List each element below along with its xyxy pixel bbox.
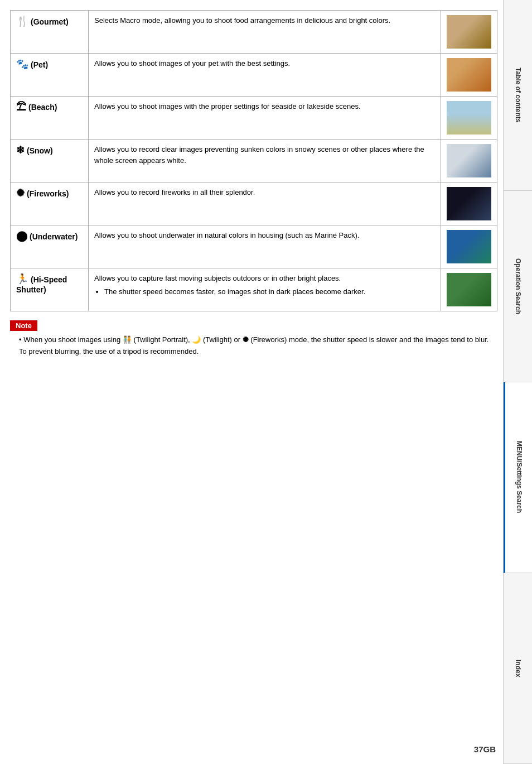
icon-label-underwater: (Underwater) [30,232,78,241]
note-title: Note [10,320,37,331]
desc-cell-fireworks: Allows you to record fireworks in all th… [89,182,441,225]
icon-symbol-fireworks: ✺ [16,188,25,199]
icon-cell-beach: ⛱(Beach) [11,97,89,140]
scene-img-beach [447,101,491,134]
icon-label-fireworks: (Fireworks) [27,189,69,198]
icon-symbol-underwater: ⬤ [16,230,27,242]
icon-label-pet: (Pet) [31,60,48,69]
desc-text-underwater: Allows you to shoot underwater in natura… [94,231,359,239]
desc-cell-snow: Allows you to record clear images preven… [89,140,441,182]
icon-label-snow: (Snow) [27,146,53,155]
img-cell-gourmet [441,11,497,54]
sidebar-tab-0[interactable]: Table of contents [504,0,532,191]
icon-cell-underwater: ⬤(Underwater) [11,225,89,268]
img-cell-underwater [441,225,497,268]
img-cell-snow [441,140,497,182]
img-cell-hishutter [441,268,497,311]
sidebar-tab-2[interactable]: MENU/Settings Search [504,382,532,573]
icon-symbol-gourmet: 🍴 [16,16,28,27]
desc-cell-hishutter: Allows you to capture fast moving subjec… [89,268,441,311]
note-text: • When you shoot images using 🧑‍🤝‍🧑 (Twi… [10,334,497,358]
scene-img-fireworks [447,187,491,220]
sidebar-tab-1[interactable]: Operation Search [504,191,532,382]
desc-cell-underwater: Allows you to shoot underwater in natura… [89,225,441,268]
scene-img-snow [447,144,491,177]
scene-table: 🍴(Gourmet)Selects Macro mode, allowing y… [10,10,497,311]
scene-img-gourmet [447,15,491,49]
img-cell-pet [441,54,497,97]
icon-cell-fireworks: ✺(Fireworks) [11,182,89,225]
desc-text-snow: Allows you to record clear images preven… [94,145,424,165]
bullet-point-hishutter: The shutter speed becomes faster, so ima… [104,286,435,297]
icon-cell-gourmet: 🍴(Gourmet) [11,11,89,54]
img-cell-beach [441,97,497,140]
img-cell-fireworks [441,182,497,225]
desc-cell-gourmet: Selects Macro mode, allowing you to shoo… [89,11,441,54]
icon-symbol-hishutter: 🏃 [16,273,28,285]
icon-symbol-pet: 🐾 [16,59,28,70]
icon-cell-pet: 🐾(Pet) [11,54,89,97]
desc-cell-pet: Allows you to shoot images of your pet w… [89,54,441,97]
icon-label-gourmet: (Gourmet) [31,17,69,26]
note-bullet: • [19,335,23,344]
icon-cell-hishutter: 🏃(Hi-Speed Shutter) [11,268,89,311]
sidebar: Table of contentsOperation SearchMENU/Se… [503,0,532,764]
note-content: When you shoot images using 🧑‍🤝‍🧑 (Twili… [19,335,489,355]
icon-cell-snow: ❄(Snow) [11,140,89,182]
scene-img-underwater [447,230,491,263]
scene-img-hishutter [447,273,491,306]
desc-cell-beach: Allows you to shoot images with the prop… [89,97,441,140]
sidebar-tab-3[interactable]: Index [504,573,532,764]
icon-symbol-beach: ⛱ [16,101,26,112]
desc-text-gourmet: Selects Macro mode, allowing you to shoo… [94,16,390,25]
scene-img-pet [447,58,491,92]
desc-text-pet: Allows you to shoot images of your pet w… [94,59,290,68]
page-number: 37GB [474,744,496,754]
main-content: 🍴(Gourmet)Selects Macro mode, allowing y… [0,0,503,764]
desc-text-beach: Allows you to shoot images with the prop… [94,102,361,110]
icon-label-beach: (Beach) [28,103,57,112]
page-wrapper: 🍴(Gourmet)Selects Macro mode, allowing y… [0,0,532,764]
desc-text-fireworks: Allows you to record fireworks in all th… [94,188,255,196]
note-box: Note • When you shoot images using 🧑‍🤝‍🧑… [10,320,497,358]
icon-symbol-snow: ❄ [16,145,25,156]
desc-text-hishutter: Allows you to capture fast moving subjec… [94,274,341,282]
